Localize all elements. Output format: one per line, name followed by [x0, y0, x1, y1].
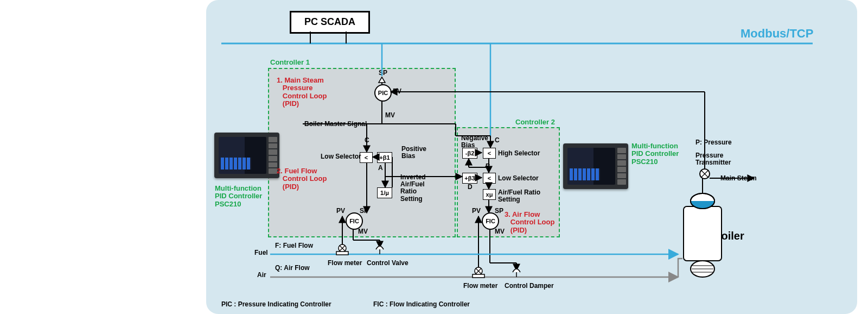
mv-label-fic2: MV [495, 228, 505, 235]
minus-beta2: -β2 [462, 148, 477, 159]
f-fuel-flow-label: F: Fuel Flow [275, 242, 313, 249]
plus-beta1: +β1 [377, 152, 392, 163]
low-selector-1: < [360, 152, 373, 163]
p-pressure-label: P: Pressure [695, 139, 732, 146]
c-label-1: C [365, 137, 369, 144]
loop-3-label: 3. Air Flow Control Loop (PID) [505, 211, 554, 234]
legend-fic: FIC : Flow Indicating Controller [373, 301, 470, 308]
boiler-master-label: Boiler Master Signal [304, 121, 367, 128]
mv-label-pic: MV [385, 112, 395, 119]
control-damper-label: Control Damper [505, 282, 554, 290]
device-right-label: Multi-function PID Controller PSC210 [631, 142, 679, 166]
modbus-tcp-label: Modbus/TCP [741, 27, 813, 40]
a-label: A [378, 165, 383, 172]
pc-scada-label: PC SCADA [304, 17, 355, 28]
one-over-mu: 1/μ [377, 187, 392, 198]
sp-label-fic1: SP [360, 208, 368, 215]
sp-label-pic: SP [379, 70, 387, 77]
flow-meter-fuel-label: Flow meter [328, 260, 362, 267]
c-label-2: C [495, 137, 500, 144]
air-label: Air [257, 272, 266, 279]
pv-label-fic2: PV [472, 208, 481, 215]
pv-label-pic: PV [393, 88, 401, 95]
main-steam-label: Main Steam [720, 175, 757, 182]
d-label: D [468, 184, 473, 191]
negative-bias-label: NegativeBias [461, 135, 488, 149]
high-selector-label: High Selector [498, 150, 540, 157]
mv-label-fic1: MV [358, 228, 368, 235]
diagram-root: PC SCADA Modbus/TCP Controller 1 Control… [0, 0, 868, 314]
flow-meter-air-label: Flow meter [463, 282, 497, 290]
loop-2-label: 2. Fuel Flow Control Loop (PID) [277, 167, 327, 191]
low-selector-2-label: Low Selector [498, 175, 539, 182]
legend-pic: PIC : Pressure Indicating Controller [221, 301, 331, 308]
x-mu: xμ [483, 189, 496, 200]
sp-label-fic2: SP [495, 208, 503, 215]
device-icon-right [563, 143, 628, 189]
b-label: B [486, 163, 490, 170]
device-icon-left [214, 133, 279, 178]
pc-scada-box: PC SCADA [290, 11, 370, 34]
plus-beta3: +β3 [462, 173, 477, 184]
pressure-transmitter-label: PressureTransmitter [695, 152, 731, 166]
air-fuel-ratio-label: Air/Fuel RatioSetting [498, 189, 540, 203]
controller-1-title: Controller 1 [270, 59, 310, 66]
high-selector: < [483, 148, 496, 159]
q-air-flow-label: Q: Air Flow [275, 265, 310, 272]
control-valve-label: Control Valve [367, 260, 409, 267]
device-left-label: Multi-function PID Controller PSC210 [215, 185, 262, 208]
low-selector-2: < [483, 173, 496, 184]
low-selector-1-label: Low Selector [321, 153, 361, 160]
positive-bias-label: PositiveBias [401, 146, 426, 160]
controller-2-title: Controller 2 [515, 118, 555, 126]
inverted-ratio-label: InvertedAir/FuelRatioSetting [400, 174, 426, 203]
pic-node: PIC [374, 84, 392, 102]
boiler-label: Boiler [713, 230, 744, 242]
fuel-label: Fuel [254, 249, 268, 256]
loop-1-label: 1. Main Steam Pressure Control Loop (PID… [277, 77, 327, 108]
pv-label-fic1: PV [336, 208, 345, 215]
